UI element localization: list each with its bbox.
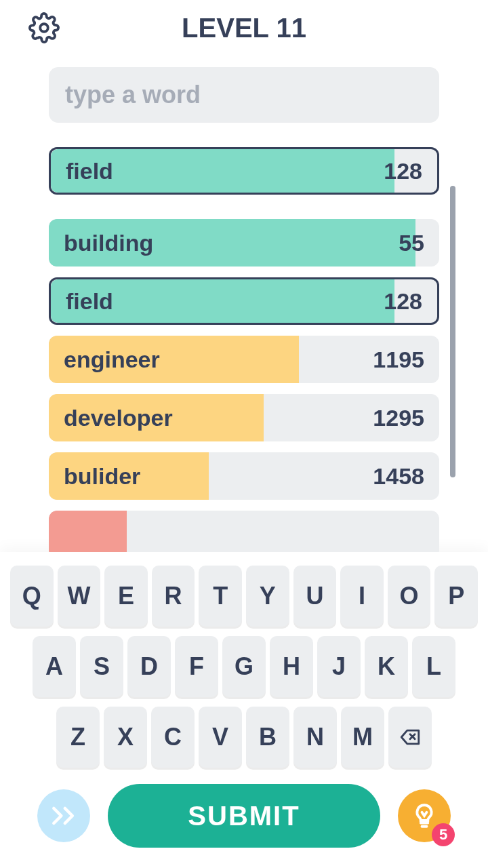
lightbulb-icon <box>410 802 439 830</box>
guess-row[interactable]: developer1295 <box>49 394 439 441</box>
key-k[interactable]: K <box>365 636 408 697</box>
key-h[interactable]: H <box>270 636 313 697</box>
key-q[interactable]: Q <box>10 566 54 627</box>
guess-word: field <box>66 158 113 184</box>
key-m[interactable]: M <box>341 707 384 768</box>
scrollbar[interactable] <box>450 186 455 477</box>
key-w[interactable]: W <box>58 566 101 627</box>
guess-score: 128 <box>384 288 422 315</box>
guess-fill <box>49 511 127 552</box>
hint-count-badge: 5 <box>432 823 455 846</box>
key-e[interactable]: E <box>104 566 148 627</box>
guess-row[interactable]: field128 <box>49 277 439 325</box>
key-f[interactable]: F <box>175 636 218 697</box>
key-p[interactable]: P <box>434 566 478 627</box>
guess-score: 128 <box>384 158 422 184</box>
keyboard-area: QWERTYUIOP ASDFGHJKL ZXCVBNM SUBMIT 5 <box>0 552 488 868</box>
bottom-bar: SUBMIT 5 <box>10 784 478 861</box>
key-c[interactable]: C <box>151 707 195 768</box>
guess-word: field <box>66 288 113 315</box>
guess-row[interactable]: field128 <box>49 147 439 195</box>
key-t[interactable]: T <box>199 566 242 627</box>
guess-score: 55 <box>399 230 424 256</box>
gear-icon <box>28 12 60 43</box>
key-o[interactable]: O <box>388 566 431 627</box>
guess-row[interactable] <box>49 511 439 552</box>
key-d[interactable]: D <box>127 636 171 697</box>
guess-word: building <box>64 230 153 256</box>
key-v[interactable]: V <box>199 707 242 768</box>
header: LEVEL 11 <box>0 0 488 50</box>
hint-button[interactable]: 5 <box>398 789 451 842</box>
key-l[interactable]: L <box>412 636 455 697</box>
key-r[interactable]: R <box>152 566 195 627</box>
guess-score: 1458 <box>373 463 424 490</box>
keyboard-row-1: QWERTYUIOP <box>10 566 478 627</box>
key-s[interactable]: S <box>80 636 123 697</box>
key-b[interactable]: B <box>246 707 289 768</box>
backspace-key[interactable] <box>388 707 432 768</box>
guess-word: engineer <box>64 347 160 373</box>
key-a[interactable]: A <box>33 636 76 697</box>
guess-word: bulider <box>64 463 140 490</box>
skip-button[interactable] <box>37 789 90 842</box>
guess-row[interactable]: engineer1195 <box>49 336 439 383</box>
submit-button[interactable]: SUBMIT <box>108 784 380 848</box>
backspace-icon <box>399 726 422 749</box>
keyboard-row-2: ASDFGHJKL <box>10 636 478 697</box>
fast-forward-icon <box>49 801 79 831</box>
guess-score: 1195 <box>373 347 424 373</box>
key-g[interactable]: G <box>222 636 266 697</box>
guess-score: 1295 <box>373 405 424 431</box>
content-area: type a word field128building55field128en… <box>0 50 488 552</box>
level-title: LEVEL 11 <box>182 13 306 43</box>
guess-row[interactable]: building55 <box>49 219 439 267</box>
key-u[interactable]: U <box>293 566 337 627</box>
word-input[interactable]: type a word <box>49 67 439 123</box>
settings-button[interactable] <box>28 12 60 43</box>
key-x[interactable]: X <box>104 707 147 768</box>
key-n[interactable]: N <box>293 707 337 768</box>
key-z[interactable]: Z <box>56 707 100 768</box>
guess-row[interactable]: bulider1458 <box>49 452 439 500</box>
keyboard-row-3: ZXCVBNM <box>10 707 478 768</box>
key-i[interactable]: I <box>340 566 384 627</box>
key-y[interactable]: Y <box>246 566 289 627</box>
key-j[interactable]: J <box>317 636 361 697</box>
guess-word: developer <box>64 405 173 431</box>
